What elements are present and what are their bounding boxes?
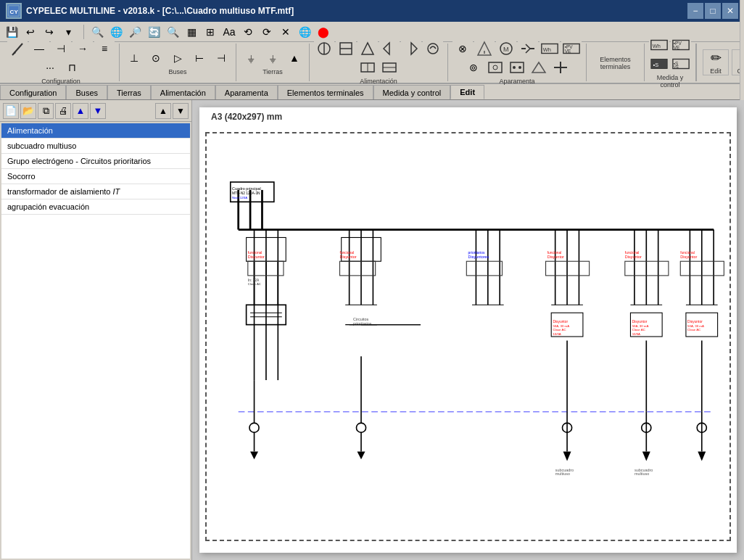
move-up-btn[interactable]: ▲ xyxy=(73,103,88,119)
tee-left-btn[interactable]: ⊣ xyxy=(51,40,71,57)
med3-btn[interactable]: ▪S xyxy=(649,55,669,73)
earth1-btn[interactable]: ⏚ xyxy=(241,49,261,67)
med2-btn[interactable]: ▪PVVE xyxy=(671,36,691,54)
svg-point-11 xyxy=(428,44,438,54)
tab-elementos-terminales[interactable]: Elementos terminales xyxy=(278,85,373,99)
tree-item-alimentacion[interactable]: Alimentación xyxy=(1,123,190,139)
ground1-btn[interactable]: ⊥ xyxy=(124,49,144,67)
line-btn[interactable]: — xyxy=(29,40,49,57)
zoom-out-btn[interactable]: 🔎 xyxy=(126,23,144,41)
alim3-btn[interactable] xyxy=(357,40,378,57)
alim4-btn[interactable] xyxy=(379,40,400,57)
svg-text:funcional: funcional xyxy=(625,251,640,255)
up-arrow-btn[interactable]: ▲ xyxy=(284,49,305,67)
svg-point-31 xyxy=(518,66,521,69)
globe2-btn[interactable]: 🌐 xyxy=(296,23,313,41)
apar8-btn[interactable] xyxy=(485,59,505,76)
apar9-btn[interactable] xyxy=(507,59,527,76)
earth2-btn[interactable]: ⏚ xyxy=(263,49,283,67)
tab-alimentacion[interactable]: Alimentación xyxy=(151,85,215,99)
undo-quick-btn[interactable]: ↩ xyxy=(22,23,39,41)
tree-item-agrupacion[interactable]: agrupación evacuación xyxy=(1,199,190,215)
edit-action-btn[interactable]: ✏ Edit xyxy=(703,49,729,75)
grid2-btn[interactable]: ⊞ xyxy=(202,23,219,41)
apar11-btn[interactable] xyxy=(550,59,571,76)
globe-btn[interactable]: 🌐 xyxy=(107,23,125,41)
open-item-btn[interactable]: 📂 xyxy=(20,103,36,119)
maximize-button[interactable]: □ xyxy=(705,3,721,19)
rect-btn[interactable]: ⊓ xyxy=(62,59,82,76)
svg-text:Disyuntor: Disyuntor xyxy=(687,320,703,324)
copy-item-btn[interactable]: ⧉ xyxy=(38,103,54,119)
cut-btn[interactable]: ✕ xyxy=(277,23,294,41)
tab-aparamenta[interactable]: Aparamenta xyxy=(215,85,278,99)
alim5-btn[interactable] xyxy=(401,40,421,57)
svg-text:Disyuntor: Disyuntor xyxy=(632,320,648,324)
svg-marker-10 xyxy=(411,43,417,54)
multiline-btn[interactable]: ≡ xyxy=(94,40,115,57)
tree-item-socorro[interactable]: Socorro xyxy=(1,169,190,184)
minimize-button[interactable]: − xyxy=(687,3,703,19)
alim1-btn[interactable] xyxy=(314,40,334,57)
canvas-container: A3 (420x297) mm xyxy=(199,107,737,553)
tree-item-transformador[interactable]: transformador de aislamiento IT xyxy=(1,184,190,199)
apar2-btn[interactable] xyxy=(474,40,495,57)
grid1-btn[interactable]: ▦ xyxy=(183,23,200,41)
collapse-up-btn[interactable]: ▲ xyxy=(155,103,171,119)
apar4-btn[interactable] xyxy=(518,40,538,57)
apar6-btn[interactable]: ▪PVVE xyxy=(561,40,582,57)
pencil-icon-btn[interactable] xyxy=(7,40,28,57)
tab-medida-control[interactable]: Medida y control xyxy=(373,85,451,99)
stop-btn[interactable]: ⬤ xyxy=(315,23,332,41)
alim2-btn[interactable] xyxy=(336,40,356,57)
apar7-btn[interactable]: ⊚ xyxy=(463,59,484,76)
tree-item-subcuadro[interactable]: subcuadro multiuso xyxy=(1,139,190,154)
refresh-btn[interactable]: 🔄 xyxy=(145,23,162,41)
tab-tierras[interactable]: Tierras xyxy=(107,85,151,99)
main-area: 📄 📂 ⧉ 🖨 ▲ ▼ ▲ ▼ Alimentación subcuadro m… xyxy=(0,100,744,560)
abc-btn[interactable]: Aa xyxy=(220,23,238,41)
undo2-btn[interactable]: ⟲ xyxy=(239,23,257,41)
quick-access-toolbar: 💾 ↩ ↪ ▾ 🔍 🌐 🔎 🔄 🔍 ▦ ⊞ Aa ⟲ ⟳ ✕ 🌐 ⬤ xyxy=(0,22,744,42)
window-controls: − □ ✕ xyxy=(687,3,738,19)
move-down-btn[interactable]: ▼ xyxy=(90,103,106,119)
alim8-btn[interactable] xyxy=(379,59,400,76)
arrow-right-btn[interactable]: → xyxy=(73,40,93,57)
alim6-btn[interactable] xyxy=(423,40,443,57)
collapse-down-btn[interactable]: ▼ xyxy=(173,103,189,119)
svg-text:10/0A: 10/0A xyxy=(553,332,561,336)
svg-text:VE: VE xyxy=(674,45,680,50)
svg-text:CY: CY xyxy=(10,9,19,15)
apar1-btn[interactable]: ⊗ xyxy=(452,40,473,57)
print-item-btn[interactable]: 🖨 xyxy=(55,103,71,119)
dots-btn[interactable]: ··· xyxy=(40,59,60,76)
tierras-label: Tierras xyxy=(263,68,283,75)
tree-item-grupo[interactable]: Grupo electrógeno - Circuitos prioritari… xyxy=(1,154,190,169)
redo-quick-btn[interactable]: ↪ xyxy=(41,23,58,41)
customize-btn[interactable]: ▾ xyxy=(59,23,77,41)
med1-btn[interactable]: Wh xyxy=(649,36,669,54)
bus-right-btn[interactable]: ⊢ xyxy=(189,49,210,67)
tab-buses[interactable]: Buses xyxy=(66,85,107,99)
tab-edit[interactable]: Edit xyxy=(450,85,484,99)
apar10-btn[interactable] xyxy=(529,59,549,76)
circle-btn[interactable]: ⊙ xyxy=(146,49,166,67)
redo2-btn[interactable]: ⟳ xyxy=(258,23,276,41)
apar5-btn[interactable]: Wh xyxy=(540,40,560,57)
close-button[interactable]: ✕ xyxy=(722,3,738,19)
tri-right-btn[interactable]: ▷ xyxy=(168,49,188,67)
find-btn[interactable]: 🔍 xyxy=(164,23,181,41)
new-item-btn[interactable]: 📄 xyxy=(3,103,19,119)
svg-text:50A, 30 mA: 50A, 30 mA xyxy=(553,324,569,328)
apar3-btn[interactable]: M xyxy=(496,40,516,57)
drawing-area[interactable]: Disyuntor funcional Disyuntor funcional … xyxy=(205,132,731,541)
alim7-btn[interactable] xyxy=(357,59,378,76)
svg-text:M: M xyxy=(503,46,509,53)
med4-btn[interactable]: ▪SVE xyxy=(671,55,691,73)
save-quick-btn[interactable]: 💾 xyxy=(3,23,20,41)
tab-configuration[interactable]: Configuration xyxy=(0,85,66,99)
zoom-in-btn[interactable]: 🔍 xyxy=(88,23,106,41)
toolbar-section-buses: ⊥ ⊙ ▷ ⊢ ⊣ Buses xyxy=(120,44,236,81)
bus-left-btn[interactable]: ⊣ xyxy=(211,49,231,67)
svg-text:funcional: funcional xyxy=(680,251,695,255)
